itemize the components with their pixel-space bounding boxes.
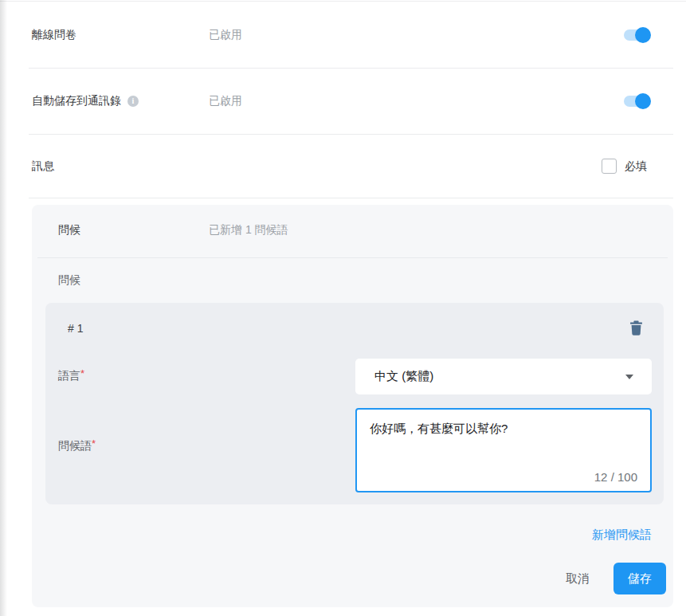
greeting-card: # 1 語言* 中文 (繁體) [45,303,664,504]
toggle-knob [635,27,651,43]
required-checkbox-label: 必填 [625,159,647,174]
language-select-value: 中文 (繁體) [374,369,433,384]
settings-form: 離線問卷 已啟用 自動儲存到通訊錄 i 已啟用 訊息 必填 問候 已新增 1 問… [0,0,686,616]
greeting-card-index: # 1 [68,322,83,335]
greeting-panel-title: 問候 [58,223,80,237]
form-actions: 取消 儲存 [566,563,666,594]
greeting-panel-status: 已新增 1 問候語 [209,223,288,237]
info-icon[interactable]: i [127,96,139,107]
offline-survey-label: 離線問卷 [29,28,76,42]
char-counter: 12 / 100 [594,470,637,484]
greeting-panel-divider [37,257,668,258]
language-select[interactable]: 中文 (繁體) [355,359,652,394]
caret-down-icon [625,375,633,379]
auto-save-contacts-label: 自動儲存到通訊錄 i [29,94,139,108]
greeting-label-text: 問候語 [58,439,92,452]
greeting-panel: 問候 已新增 1 問候語 問候 # 1 語言* [32,205,673,607]
trash-icon [629,326,643,338]
required-checkbox-group: 必填 [602,159,647,174]
save-button[interactable]: 儲存 [613,563,666,594]
greeting-textarea[interactable]: 你好嗎，有甚麼可以幫你? 12 / 100 [355,408,652,492]
auto-save-contacts-status: 已啟用 [209,94,242,108]
required-mark: * [92,437,96,449]
offline-survey-toggle[interactable] [624,29,648,41]
greeting-field-label: 問候語* [58,439,96,453]
offline-survey-status: 已啟用 [209,28,242,42]
cancel-button[interactable]: 取消 [566,571,590,587]
greeting-textarea-value: 你好嗎，有甚麼可以幫你? [370,420,637,437]
delete-greeting-button[interactable] [629,320,643,335]
required-mark: * [80,367,84,379]
required-checkbox[interactable] [602,159,617,174]
greeting-section-label: 問候 [58,273,80,288]
message-label: 訊息 [29,159,54,174]
add-greeting-link[interactable]: 新增問候語 [592,528,652,543]
language-label-text: 語言 [58,369,80,382]
language-field-label: 語言* [58,369,84,383]
auto-save-contacts-label-text: 自動儲存到通訊錄 [32,94,121,108]
panel-left-shadow [0,0,7,616]
setting-row-message: 訊息 必填 [29,135,673,198]
toggle-knob [635,93,651,109]
setting-row-offline-survey: 離線問卷 已啟用 [29,2,673,69]
auto-save-contacts-toggle[interactable] [624,96,648,107]
setting-row-auto-save-contacts: 自動儲存到通訊錄 i 已啟用 [29,69,673,135]
